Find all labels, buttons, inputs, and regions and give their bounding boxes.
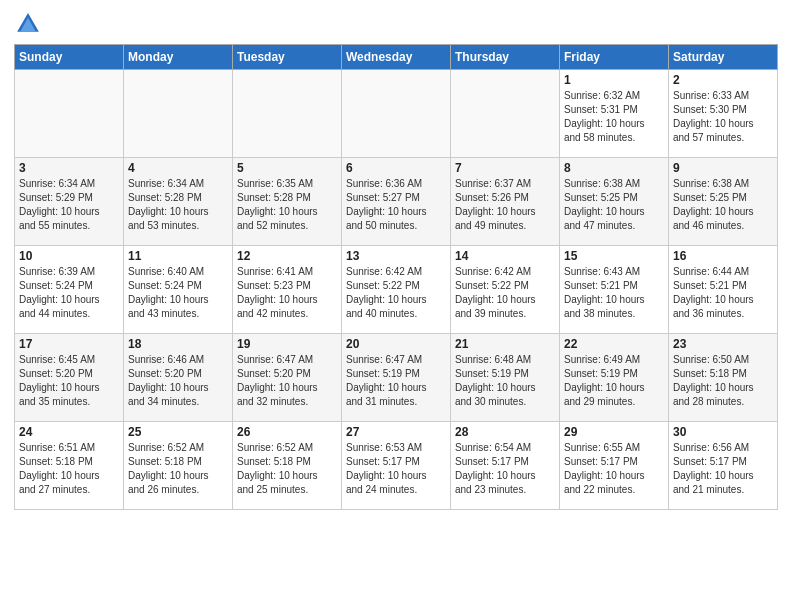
calendar-cell	[15, 70, 124, 158]
weekday-header-thursday: Thursday	[451, 45, 560, 70]
day-info: Sunrise: 6:43 AM Sunset: 5:21 PM Dayligh…	[564, 265, 664, 321]
day-info: Sunrise: 6:48 AM Sunset: 5:19 PM Dayligh…	[455, 353, 555, 409]
day-info: Sunrise: 6:55 AM Sunset: 5:17 PM Dayligh…	[564, 441, 664, 497]
day-number: 4	[128, 161, 228, 175]
day-info: Sunrise: 6:47 AM Sunset: 5:20 PM Dayligh…	[237, 353, 337, 409]
logo	[14, 10, 46, 38]
day-number: 14	[455, 249, 555, 263]
weekday-header-wednesday: Wednesday	[342, 45, 451, 70]
day-number: 17	[19, 337, 119, 351]
calendar-cell: 9Sunrise: 6:38 AM Sunset: 5:25 PM Daylig…	[669, 158, 778, 246]
day-info: Sunrise: 6:42 AM Sunset: 5:22 PM Dayligh…	[455, 265, 555, 321]
calendar-cell: 23Sunrise: 6:50 AM Sunset: 5:18 PM Dayli…	[669, 334, 778, 422]
day-number: 22	[564, 337, 664, 351]
calendar-cell	[233, 70, 342, 158]
week-row-2: 3Sunrise: 6:34 AM Sunset: 5:29 PM Daylig…	[15, 158, 778, 246]
calendar-cell: 1Sunrise: 6:32 AM Sunset: 5:31 PM Daylig…	[560, 70, 669, 158]
day-info: Sunrise: 6:36 AM Sunset: 5:27 PM Dayligh…	[346, 177, 446, 233]
day-number: 9	[673, 161, 773, 175]
day-info: Sunrise: 6:34 AM Sunset: 5:29 PM Dayligh…	[19, 177, 119, 233]
week-row-5: 24Sunrise: 6:51 AM Sunset: 5:18 PM Dayli…	[15, 422, 778, 510]
day-info: Sunrise: 6:35 AM Sunset: 5:28 PM Dayligh…	[237, 177, 337, 233]
day-number: 2	[673, 73, 773, 87]
day-info: Sunrise: 6:52 AM Sunset: 5:18 PM Dayligh…	[128, 441, 228, 497]
calendar-cell: 25Sunrise: 6:52 AM Sunset: 5:18 PM Dayli…	[124, 422, 233, 510]
logo-icon	[14, 10, 42, 38]
calendar-cell	[124, 70, 233, 158]
day-info: Sunrise: 6:49 AM Sunset: 5:19 PM Dayligh…	[564, 353, 664, 409]
day-number: 11	[128, 249, 228, 263]
day-number: 15	[564, 249, 664, 263]
day-info: Sunrise: 6:40 AM Sunset: 5:24 PM Dayligh…	[128, 265, 228, 321]
calendar-cell: 15Sunrise: 6:43 AM Sunset: 5:21 PM Dayli…	[560, 246, 669, 334]
page-container: SundayMondayTuesdayWednesdayThursdayFrid…	[0, 0, 792, 518]
day-info: Sunrise: 6:47 AM Sunset: 5:19 PM Dayligh…	[346, 353, 446, 409]
day-info: Sunrise: 6:32 AM Sunset: 5:31 PM Dayligh…	[564, 89, 664, 145]
day-info: Sunrise: 6:38 AM Sunset: 5:25 PM Dayligh…	[564, 177, 664, 233]
header	[14, 10, 778, 38]
day-info: Sunrise: 6:56 AM Sunset: 5:17 PM Dayligh…	[673, 441, 773, 497]
day-info: Sunrise: 6:52 AM Sunset: 5:18 PM Dayligh…	[237, 441, 337, 497]
day-number: 16	[673, 249, 773, 263]
day-info: Sunrise: 6:39 AM Sunset: 5:24 PM Dayligh…	[19, 265, 119, 321]
day-number: 23	[673, 337, 773, 351]
day-number: 26	[237, 425, 337, 439]
day-info: Sunrise: 6:42 AM Sunset: 5:22 PM Dayligh…	[346, 265, 446, 321]
calendar-cell: 28Sunrise: 6:54 AM Sunset: 5:17 PM Dayli…	[451, 422, 560, 510]
week-row-3: 10Sunrise: 6:39 AM Sunset: 5:24 PM Dayli…	[15, 246, 778, 334]
day-number: 24	[19, 425, 119, 439]
day-info: Sunrise: 6:45 AM Sunset: 5:20 PM Dayligh…	[19, 353, 119, 409]
calendar-cell: 11Sunrise: 6:40 AM Sunset: 5:24 PM Dayli…	[124, 246, 233, 334]
day-info: Sunrise: 6:38 AM Sunset: 5:25 PM Dayligh…	[673, 177, 773, 233]
weekday-header-tuesday: Tuesday	[233, 45, 342, 70]
day-info: Sunrise: 6:50 AM Sunset: 5:18 PM Dayligh…	[673, 353, 773, 409]
calendar-cell: 16Sunrise: 6:44 AM Sunset: 5:21 PM Dayli…	[669, 246, 778, 334]
calendar-table: SundayMondayTuesdayWednesdayThursdayFrid…	[14, 44, 778, 510]
calendar-cell: 14Sunrise: 6:42 AM Sunset: 5:22 PM Dayli…	[451, 246, 560, 334]
calendar-cell: 29Sunrise: 6:55 AM Sunset: 5:17 PM Dayli…	[560, 422, 669, 510]
day-info: Sunrise: 6:37 AM Sunset: 5:26 PM Dayligh…	[455, 177, 555, 233]
day-number: 19	[237, 337, 337, 351]
calendar-cell: 17Sunrise: 6:45 AM Sunset: 5:20 PM Dayli…	[15, 334, 124, 422]
calendar-cell: 2Sunrise: 6:33 AM Sunset: 5:30 PM Daylig…	[669, 70, 778, 158]
day-number: 13	[346, 249, 446, 263]
weekday-header-sunday: Sunday	[15, 45, 124, 70]
day-info: Sunrise: 6:53 AM Sunset: 5:17 PM Dayligh…	[346, 441, 446, 497]
day-number: 20	[346, 337, 446, 351]
day-number: 5	[237, 161, 337, 175]
day-info: Sunrise: 6:34 AM Sunset: 5:28 PM Dayligh…	[128, 177, 228, 233]
day-info: Sunrise: 6:51 AM Sunset: 5:18 PM Dayligh…	[19, 441, 119, 497]
calendar-cell: 13Sunrise: 6:42 AM Sunset: 5:22 PM Dayli…	[342, 246, 451, 334]
week-row-1: 1Sunrise: 6:32 AM Sunset: 5:31 PM Daylig…	[15, 70, 778, 158]
calendar-cell: 26Sunrise: 6:52 AM Sunset: 5:18 PM Dayli…	[233, 422, 342, 510]
calendar-cell: 18Sunrise: 6:46 AM Sunset: 5:20 PM Dayli…	[124, 334, 233, 422]
weekday-header-friday: Friday	[560, 45, 669, 70]
calendar-cell	[342, 70, 451, 158]
calendar-cell: 3Sunrise: 6:34 AM Sunset: 5:29 PM Daylig…	[15, 158, 124, 246]
day-number: 18	[128, 337, 228, 351]
calendar-cell: 7Sunrise: 6:37 AM Sunset: 5:26 PM Daylig…	[451, 158, 560, 246]
calendar-cell: 21Sunrise: 6:48 AM Sunset: 5:19 PM Dayli…	[451, 334, 560, 422]
day-info: Sunrise: 6:46 AM Sunset: 5:20 PM Dayligh…	[128, 353, 228, 409]
day-number: 21	[455, 337, 555, 351]
day-number: 27	[346, 425, 446, 439]
calendar-cell: 5Sunrise: 6:35 AM Sunset: 5:28 PM Daylig…	[233, 158, 342, 246]
week-row-4: 17Sunrise: 6:45 AM Sunset: 5:20 PM Dayli…	[15, 334, 778, 422]
calendar-cell: 22Sunrise: 6:49 AM Sunset: 5:19 PM Dayli…	[560, 334, 669, 422]
day-info: Sunrise: 6:44 AM Sunset: 5:21 PM Dayligh…	[673, 265, 773, 321]
calendar-cell: 6Sunrise: 6:36 AM Sunset: 5:27 PM Daylig…	[342, 158, 451, 246]
calendar-cell: 24Sunrise: 6:51 AM Sunset: 5:18 PM Dayli…	[15, 422, 124, 510]
day-number: 10	[19, 249, 119, 263]
calendar-cell: 4Sunrise: 6:34 AM Sunset: 5:28 PM Daylig…	[124, 158, 233, 246]
day-number: 28	[455, 425, 555, 439]
day-number: 29	[564, 425, 664, 439]
weekday-header-row: SundayMondayTuesdayWednesdayThursdayFrid…	[15, 45, 778, 70]
calendar-cell: 10Sunrise: 6:39 AM Sunset: 5:24 PM Dayli…	[15, 246, 124, 334]
day-info: Sunrise: 6:54 AM Sunset: 5:17 PM Dayligh…	[455, 441, 555, 497]
calendar-cell: 27Sunrise: 6:53 AM Sunset: 5:17 PM Dayli…	[342, 422, 451, 510]
calendar-cell: 20Sunrise: 6:47 AM Sunset: 5:19 PM Dayli…	[342, 334, 451, 422]
calendar-cell: 8Sunrise: 6:38 AM Sunset: 5:25 PM Daylig…	[560, 158, 669, 246]
calendar-cell: 30Sunrise: 6:56 AM Sunset: 5:17 PM Dayli…	[669, 422, 778, 510]
day-info: Sunrise: 6:33 AM Sunset: 5:30 PM Dayligh…	[673, 89, 773, 145]
day-number: 3	[19, 161, 119, 175]
